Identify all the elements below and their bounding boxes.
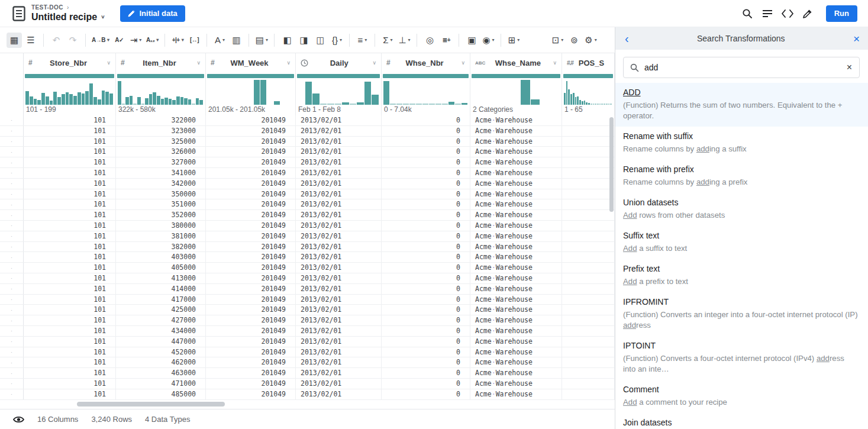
cell-POS_S[interactable]	[562, 157, 615, 167]
histogram-bar[interactable]	[153, 92, 156, 105]
histogram-bar[interactable]	[66, 92, 69, 105]
settings-icon[interactable]: ⚙▾	[583, 33, 598, 48]
row-handle[interactable]: ·	[0, 337, 24, 347]
row-handle[interactable]: ·	[0, 368, 24, 378]
cell-Whse_Name[interactable]: Acme·Warehouse	[470, 305, 562, 315]
cell-Whse_Nbr[interactable]: 0	[382, 242, 470, 252]
cell-Store_Nbr[interactable]: 101	[24, 221, 116, 231]
cell-Daily[interactable]: 2013/02/01	[296, 252, 382, 262]
histogram-bar[interactable]	[105, 92, 109, 105]
cell-Whse_Nbr[interactable]: 0	[382, 263, 470, 273]
cell-Whse_Nbr[interactable]: 0	[382, 379, 470, 389]
row-handle[interactable]: ·	[0, 263, 24, 273]
column-header-Whse_Nbr[interactable]: #Whse_Nbr∨	[382, 53, 470, 72]
transformation-result-suffix-text[interactable]: Suffix textAdd a suffix to text	[615, 226, 868, 259]
cell-Whse_Nbr[interactable]: 0	[382, 126, 470, 136]
histogram-bar[interactable]	[462, 103, 467, 105]
cell-Whse_Name[interactable]: Acme·Warehouse	[470, 379, 562, 389]
cell-Whse_Name[interactable]: Acme·Warehouse	[470, 210, 562, 220]
histogram-bar[interactable]	[37, 100, 41, 105]
histogram-bar[interactable]	[69, 94, 73, 105]
decimal-type-icon[interactable]: #.#	[567, 60, 573, 66]
cell-Daily[interactable]: 2013/02/01	[296, 242, 382, 252]
histogram-bar[interactable]	[192, 104, 195, 105]
histogram-bar[interactable]	[176, 96, 180, 105]
cell-Daily[interactable]: 2013/02/01	[296, 189, 382, 199]
cell-Whse_Name[interactable]: Acme·Warehouse	[470, 337, 562, 347]
row-handle[interactable]: ·	[0, 199, 24, 209]
transformation-result-rename-with-suffix[interactable]: Rename with suffixRename columns by addi…	[615, 127, 868, 160]
histogram-bar[interactable]	[448, 102, 454, 105]
cell-Store_Nbr[interactable]: 101	[24, 199, 116, 209]
histogram-bar[interactable]	[57, 97, 61, 105]
cell-Whse_Name[interactable]: Acme·Warehouse	[470, 368, 562, 378]
cell-Item_Nbr[interactable]: 463000	[116, 368, 206, 378]
histogram-bar[interactable]	[199, 100, 203, 105]
histogram-bar[interactable]	[577, 96, 579, 105]
select-area-icon[interactable]: ⊡▾	[550, 33, 565, 48]
cell-Whse_Name[interactable]: Acme·Warehouse	[470, 147, 562, 157]
transpose-icon[interactable]: ◫	[312, 33, 328, 48]
transformation-result-comment[interactable]: CommentAdd a comment to your recipe	[615, 380, 868, 413]
cell-WM_Week[interactable]: 201049	[206, 115, 296, 125]
cell-Item_Nbr[interactable]: 417000	[116, 295, 206, 305]
cell-Whse_Name[interactable]: Acme·Warehouse	[470, 189, 562, 199]
cell-WM_Week[interactable]: 201049	[206, 157, 296, 167]
cell-Daily[interactable]: 2013/02/01	[296, 199, 382, 209]
row-handle[interactable]: ·	[0, 210, 24, 220]
transformation-result-ipfromint[interactable]: IPFROMINT(Function) Converts an integer …	[615, 292, 868, 336]
pivot-icon[interactable]: ⊥▾	[396, 33, 412, 48]
cell-Item_Nbr[interactable]: 325000	[116, 137, 206, 147]
cell-Store_Nbr[interactable]: 101	[24, 368, 116, 378]
histogram-bar[interactable]	[521, 80, 530, 105]
histogram-bar[interactable]	[372, 95, 379, 105]
cell-Store_Nbr[interactable]: 101	[24, 273, 116, 283]
cell-Item_Nbr[interactable]: 351000	[116, 199, 206, 209]
column-menu-chevron-icon[interactable]: ∨	[553, 60, 557, 66]
cell-Whse_Name[interactable]: Acme·Warehouse	[470, 231, 562, 241]
cell-POS_S[interactable]	[562, 315, 615, 325]
histogram-bar[interactable]	[608, 104, 610, 105]
split-column-icon[interactable]: +|+▾	[170, 33, 185, 48]
cell-Whse_Name[interactable]: Acme·Warehouse	[470, 199, 562, 209]
cell-Daily[interactable]: 2013/02/01	[296, 337, 382, 347]
column-menu-chevron-icon[interactable]: ∨	[196, 60, 201, 66]
cell-Whse_Name[interactable]: Acme·Warehouse	[470, 326, 562, 336]
cell-Store_Nbr[interactable]: 101	[24, 210, 116, 220]
histogram-bar[interactable]	[435, 104, 441, 105]
cell-Whse_Name[interactable]: Acme·Warehouse	[470, 126, 562, 136]
cell-POS_S[interactable]	[562, 357, 615, 367]
cell-POS_S[interactable]	[562, 337, 615, 347]
cell-Store_Nbr[interactable]: 101	[24, 305, 116, 315]
cell-POS_S[interactable]	[562, 389, 615, 399]
cell-Store_Nbr[interactable]: 101	[24, 126, 116, 136]
cell-Whse_Nbr[interactable]: 0	[382, 347, 470, 357]
cell-Item_Nbr[interactable]: 414000	[116, 284, 206, 294]
cell-Store_Nbr[interactable]: 101	[24, 189, 116, 199]
datetime-type-icon[interactable]	[301, 59, 308, 67]
histogram-bar[interactable]	[109, 93, 113, 105]
cell-Daily[interactable]: 2013/02/01	[296, 284, 382, 294]
cell-Whse_Name[interactable]: Acme·Warehouse	[470, 389, 562, 399]
cell-POS_S[interactable]	[562, 242, 615, 252]
column-histogram-POS_S[interactable]	[562, 80, 614, 105]
cell-Item_Nbr[interactable]: 452000	[116, 347, 206, 357]
merge-columns-icon[interactable]: [↔]	[186, 33, 202, 48]
cell-Daily[interactable]: 2013/02/01	[296, 389, 382, 399]
column-menu-chevron-icon[interactable]: ∨	[107, 60, 111, 66]
column-header-Store_Nbr[interactable]: #Store_Nbr∨	[24, 53, 115, 72]
cell-Whse_Nbr[interactable]: 0	[382, 273, 470, 283]
histogram-bar[interactable]	[34, 99, 37, 105]
histogram-bar[interactable]	[130, 96, 133, 105]
row-handle[interactable]: ·	[0, 252, 24, 262]
histogram-bar[interactable]	[184, 98, 188, 105]
cell-Item_Nbr[interactable]: 434000	[116, 326, 206, 336]
cell-Store_Nbr[interactable]: 101	[24, 157, 116, 167]
cell-POS_S[interactable]	[562, 295, 615, 305]
row-handle[interactable]: ·	[0, 379, 24, 389]
histogram-bar[interactable]	[588, 103, 590, 105]
redo-icon[interactable]: ↷	[65, 33, 80, 48]
cell-Whse_Nbr[interactable]: 0	[382, 199, 470, 209]
cell-POS_S[interactable]	[562, 115, 615, 125]
cell-WM_Week[interactable]: 201049	[206, 189, 296, 199]
